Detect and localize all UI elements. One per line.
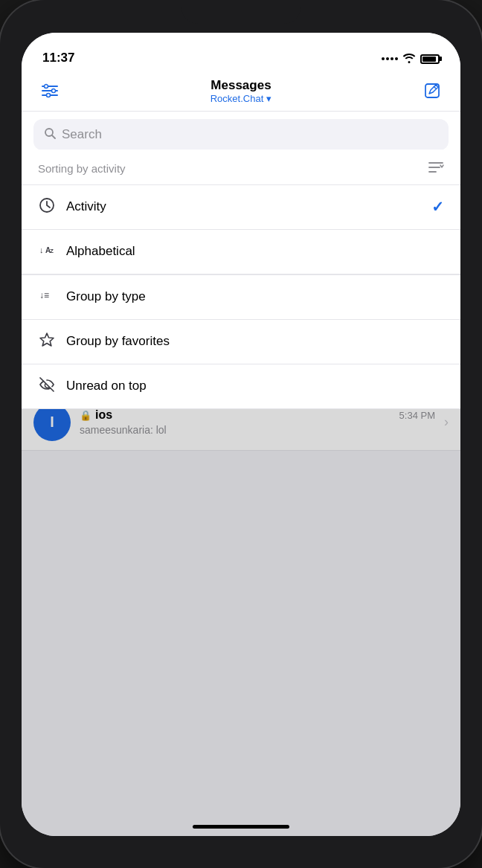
svg-text:↓≡: ↓≡ — [39, 290, 49, 300]
sort-option-unread-top[interactable]: Unread on top — [22, 364, 460, 408]
group-sort-icon: ↓≡ — [38, 287, 56, 307]
search-bar[interactable]: Search — [33, 119, 449, 150]
status-bar: 11:37 — [22, 33, 460, 71]
nav-subtitle-text: Rocket.Chat — [211, 93, 264, 104]
sort-group-favorites-label: Group by favorites — [66, 334, 170, 349]
sort-group-type-label: Group by type — [66, 289, 146, 304]
chevron-down-icon: ▾ — [266, 93, 271, 104]
chevron-right-icon: › — [444, 414, 449, 430]
sort-option-group-favorites[interactable]: Group by favorites — [22, 320, 460, 364]
star-icon — [38, 332, 56, 352]
sort-option-group-type[interactable]: ↓≡ Group by type — [22, 275, 460, 320]
lock-icon: 🔒 — [80, 410, 91, 421]
svg-point-3 — [45, 85, 48, 89]
sort-icon — [428, 160, 444, 177]
home-indicator — [193, 825, 289, 829]
checkmark-icon: ✓ — [431, 198, 444, 216]
wifi-icon — [402, 53, 416, 65]
avatar: I — [33, 404, 71, 441]
nav-bar: Messages Rocket.Chat ▾ — [22, 71, 460, 112]
alpha-sort-icon: ↓ A Z — [38, 242, 56, 262]
search-placeholder: Search — [62, 127, 102, 142]
search-icon — [44, 127, 56, 142]
svg-text:Z: Z — [50, 248, 54, 254]
menu-item-left: Group by favorites — [38, 332, 170, 352]
nav-subtitle[interactable]: Rocket.Chat ▾ — [211, 93, 272, 104]
svg-point-5 — [47, 94, 51, 97]
svg-text:↓: ↓ — [39, 245, 44, 254]
chat-content: 🔒 ios 5:34 PM sameesunkaria: lol — [80, 408, 435, 436]
svg-point-4 — [52, 89, 56, 93]
battery-icon — [420, 54, 440, 64]
svg-line-8 — [52, 135, 55, 138]
sort-alphabetical-label: Alphabetical — [66, 244, 135, 259]
menu-item-left: ↓ A Z Alphabetical — [38, 242, 135, 262]
menu-item-left: Activity — [38, 197, 106, 217]
chat-name: 🔒 ios — [80, 408, 112, 422]
signal-icon — [382, 57, 398, 60]
menu-item-left: ↓≡ Group by type — [38, 287, 146, 307]
sort-activity-label: Activity — [66, 199, 106, 214]
chat-name-row: 🔒 ios 5:34 PM — [80, 408, 435, 422]
eye-off-icon — [38, 376, 56, 396]
sort-dropdown-panel: Sorting by activity — [22, 150, 460, 409]
sort-header-text: Sorting by activity — [38, 162, 126, 175]
nav-center: Messages Rocket.Chat ▾ — [211, 78, 272, 104]
chat-preview: sameesunkaria: lol — [80, 424, 435, 436]
phone-notch — [181, 0, 301, 24]
compose-icon[interactable] — [420, 79, 444, 103]
chat-time: 5:34 PM — [399, 410, 435, 421]
phone-screen: 11:37 — [22, 33, 460, 836]
clock-icon — [38, 197, 56, 217]
status-time: 11:37 — [42, 51, 74, 67]
sort-option-activity[interactable]: Activity ✓ — [22, 185, 460, 230]
sort-header: Sorting by activity — [22, 150, 460, 185]
svg-marker-21 — [40, 333, 54, 346]
sort-option-alphabetical[interactable]: ↓ A Z Alphabetical — [22, 230, 460, 274]
filter-icon[interactable] — [38, 79, 62, 103]
menu-item-left: Unread on top — [38, 376, 147, 396]
sort-unread-top-label: Unread on top — [66, 379, 147, 393]
status-icons — [382, 53, 440, 67]
nav-title: Messages — [211, 78, 271, 93]
phone-frame: 11:37 — [0, 0, 482, 868]
